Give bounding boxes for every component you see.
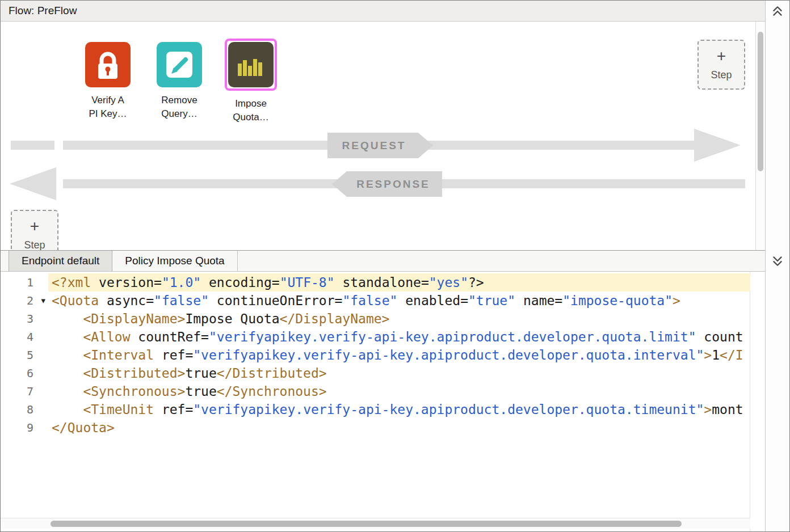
- code-line[interactable]: 9</Quota>: [1, 419, 750, 437]
- add-step-button-response[interactable]: + Step: [11, 210, 58, 250]
- policy-label: Verify A PI Key…: [89, 94, 127, 121]
- line-number: 6: [1, 364, 48, 382]
- request-arrowhead-icon: [694, 129, 741, 162]
- flow-scrollbar-thumb[interactable]: [758, 32, 763, 171]
- code-text: <Interval ref="verifyapikey.verify-api-k…: [48, 346, 750, 364]
- code-text: </Quota>: [48, 419, 750, 437]
- policy-remove-query-param[interactable]: Remove Query…: [150, 39, 208, 124]
- policy-verify-api-key[interactable]: Verify A PI Key…: [79, 39, 137, 124]
- editor-scrollbar-thumb[interactable]: [51, 521, 682, 527]
- editor-horizontal-scrollbar[interactable]: [1, 518, 750, 529]
- editor-tab-bar: Endpoint default Policy Impose Quota: [1, 250, 765, 272]
- selected-policy-outline: [225, 39, 277, 91]
- code-text: <Synchronous>true</Synchronous>: [48, 382, 750, 400]
- code-line[interactable]: 8 <TimeUnit ref="verifyapikey.verify-api…: [1, 400, 750, 419]
- line-number: 2▾: [1, 292, 48, 310]
- add-step-button-request[interactable]: + Step: [697, 40, 745, 90]
- fold-arrow-icon[interactable]: ▾: [41, 292, 45, 310]
- collapse-editor-panel-button[interactable]: [770, 254, 785, 268]
- policy-impose-quota-selected[interactable]: Impose Quota…: [222, 39, 280, 124]
- code-text: <?xml version="1.0" encoding="UTF-8" sta…: [48, 273, 750, 292]
- line-number: 4: [1, 328, 48, 346]
- quota-bars-icon: [228, 42, 274, 87]
- code-text: <Quota async="false" continueOnError="fa…: [48, 292, 750, 310]
- code-text: <TimeUnit ref="verifyapikey.verify-api-k…: [48, 400, 750, 419]
- flow-vertical-scrollbar[interactable]: [755, 22, 765, 250]
- response-arrowhead-icon: [10, 167, 56, 200]
- code-text: <Allow countRef="verifyapikey.verify-api…: [48, 328, 750, 346]
- flow-canvas: Verify A PI Key… Remove: [1, 22, 765, 250]
- code-line[interactable]: 7 <Synchronous>true</Synchronous>: [1, 382, 750, 400]
- line-number: 3: [1, 310, 48, 328]
- chevron-double-down-icon: [771, 255, 784, 267]
- collapse-flow-panel-button[interactable]: [770, 4, 785, 19]
- xml-code-editor[interactable]: 1<?xml version="1.0" encoding="UTF-8" st…: [1, 272, 765, 531]
- code-line[interactable]: 6 <Distributed>true</Distributed>: [1, 364, 750, 382]
- code-line[interactable]: 5 <Interval ref="verifyapikey.verify-api…: [1, 346, 750, 364]
- code-line[interactable]: 1<?xml version="1.0" encoding="UTF-8" st…: [1, 273, 750, 292]
- code-line[interactable]: 2▾<Quota async="false" continueOnError="…: [1, 292, 750, 310]
- lock-icon: [85, 42, 131, 87]
- code-text: <DisplayName>Impose Quota</DisplayName>: [48, 310, 750, 328]
- policy-label: Remove Query…: [161, 94, 197, 121]
- code-lines: 1<?xml version="1.0" encoding="UTF-8" st…: [1, 273, 750, 437]
- code-line[interactable]: 4 <Allow countRef="verifyapikey.verify-a…: [1, 328, 750, 346]
- code-line[interactable]: 3 <DisplayName>Impose Quota</DisplayName…: [1, 310, 750, 328]
- line-number: 7: [1, 382, 48, 400]
- plus-icon: +: [699, 48, 744, 65]
- request-bar-left-segment: [11, 141, 54, 150]
- chevron-double-up-icon: [771, 5, 784, 18]
- response-flow-badge[interactable]: RESPONSE: [332, 171, 442, 197]
- request-flow-badge[interactable]: REQUEST: [327, 133, 433, 158]
- tab-endpoint-default[interactable]: Endpoint default: [9, 251, 112, 271]
- policy-label: Impose Quota…: [233, 97, 268, 124]
- line-number: 5: [1, 346, 48, 364]
- line-number: 8: [1, 400, 48, 419]
- line-number: 9: [1, 419, 48, 437]
- main-column: Flow: PreFlow Verify A: [1, 1, 765, 531]
- flow-header: Flow: PreFlow: [1, 1, 765, 22]
- line-number: 1: [1, 273, 48, 292]
- right-rail: [765, 1, 789, 531]
- flow-panel: Flow: PreFlow Verify A: [1, 1, 765, 250]
- plus-icon: +: [12, 218, 57, 235]
- tab-policy-impose-quota[interactable]: Policy Impose Quota: [112, 251, 237, 271]
- flow-title: Flow: PreFlow: [9, 5, 77, 17]
- apigee-proxy-editor-window: Flow: PreFlow Verify A: [0, 0, 790, 532]
- pencil-icon: [157, 42, 202, 87]
- policy-list: Verify A PI Key… Remove: [79, 39, 280, 124]
- code-text: <Distributed>true</Distributed>: [48, 364, 750, 382]
